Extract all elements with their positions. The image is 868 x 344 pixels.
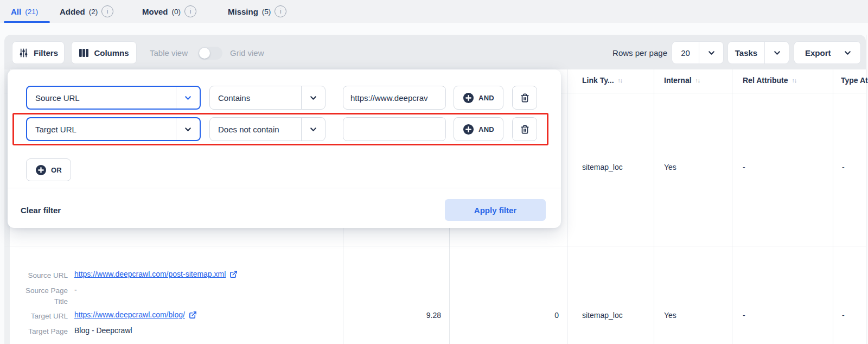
view-toggle-knob [199, 48, 210, 59]
chevron-down-icon [176, 118, 200, 140]
clear-filter-button[interactable]: Clear filter [21, 199, 61, 221]
apply-filter-button[interactable]: Apply filter [445, 199, 546, 221]
filter-value-input[interactable] [343, 117, 446, 141]
sort-icon: ↑↓ [618, 77, 623, 84]
rows-per-page-select[interactable]: 20 [672, 41, 724, 64]
detail-label: Target URL [20, 311, 68, 322]
filter-condition-select[interactable]: Contains [209, 86, 326, 110]
sort-icon: ↑↓ [695, 77, 700, 84]
info-icon[interactable]: i [101, 5, 113, 17]
filters-button[interactable]: Filters [12, 41, 65, 64]
filter-condition-value: Does not contain [210, 125, 301, 134]
active-tab-underline [4, 21, 50, 23]
tab-added-count: (2) [89, 8, 98, 16]
external-link-icon [229, 270, 238, 278]
panel-divider [8, 188, 561, 188]
info-icon[interactable]: i [275, 5, 286, 17]
tasks-button[interactable]: Tasks [727, 41, 789, 64]
export-button-label: Export [805, 48, 831, 58]
and-button[interactable]: AND [454, 117, 503, 141]
filter-field-select[interactable]: Target URL [26, 117, 201, 141]
tab-moved[interactable]: Moved (0) i [142, 0, 196, 23]
chevron-down-icon [301, 118, 325, 141]
gridline [833, 69, 833, 344]
cell-metric-1: 9.28 [353, 311, 441, 320]
cell-rel-attribute: - [743, 311, 745, 320]
detail-value: - [74, 285, 77, 294]
export-button[interactable]: Export [794, 41, 861, 64]
delete-filter-button[interactable] [512, 86, 537, 110]
info-icon[interactable]: i [184, 5, 196, 17]
grid-view-label: Grid view [230, 41, 264, 64]
column-header-internal[interactable]: Internal ↑↓ [664, 76, 700, 85]
cell-rel-attribute: - [743, 163, 745, 171]
plus-circle-icon [35, 164, 47, 176]
tab-missing-count: (5) [262, 8, 271, 16]
tab-all[interactable]: All (21) [11, 0, 38, 23]
filter-field-select[interactable]: Source URL [26, 86, 201, 110]
or-button-label: OR [51, 166, 62, 174]
source-url-link[interactable]: https://www.deepcrawl.com/post-sitemap.x… [74, 270, 226, 278]
delete-filter-button[interactable] [512, 117, 537, 141]
column-header-rel-attribute[interactable]: Rel Attribute ↑↓ [743, 76, 796, 85]
or-button[interactable]: OR [26, 158, 71, 181]
filter-condition-value: Contains [210, 93, 301, 103]
filters-button-label: Filters [34, 48, 58, 58]
plus-circle-icon [463, 124, 474, 135]
filter-field-value: Source URL [27, 93, 176, 103]
view-toggle[interactable] [198, 47, 222, 60]
filter-condition-select[interactable]: Does not contain [209, 117, 326, 141]
rows-per-page-label: Rows per page [591, 41, 667, 64]
target-url-link[interactable]: https://www.deepcrawl.com/blog/ [74, 310, 185, 319]
cell-metric-2: 0 [488, 311, 559, 320]
external-link-icon [189, 311, 197, 319]
column-header-label: Rel Attribute [743, 76, 788, 85]
gridline [654, 69, 654, 344]
detail-label: Target Page [20, 326, 68, 337]
row-divider [4, 246, 866, 246]
trash-icon [520, 93, 529, 103]
table-view-label: Table view [150, 41, 188, 64]
and-button[interactable]: AND [454, 86, 503, 110]
filter-value-input[interactable] [343, 86, 446, 110]
filter-field-value: Target URL [27, 125, 176, 134]
plus-circle-icon [463, 92, 474, 104]
chevron-down-icon [765, 49, 789, 57]
cell-type-attribute: - [842, 163, 845, 171]
app-screen: All (21) Added (2) i Moved (0) i Missing… [0, 0, 868, 344]
detail-value: https://www.deepcrawl.com/blog/ [74, 310, 197, 319]
cell-link-type: sitemap_loc [582, 163, 623, 171]
filter-panel: Source URL Contains AND [8, 69, 561, 228]
chevron-down-icon [699, 49, 723, 57]
column-header-link-type[interactable]: Link Ty... ↑↓ [582, 76, 622, 85]
tab-all-count: (21) [25, 8, 38, 16]
filters-icon [18, 48, 29, 58]
columns-icon [79, 48, 89, 58]
sort-icon: ↑↓ [792, 77, 796, 84]
chevron-down-icon [301, 86, 325, 109]
cell-internal: Yes [664, 163, 676, 171]
tab-added-label: Added [60, 7, 85, 16]
cell-link-type: sitemap_loc [582, 311, 623, 320]
and-button-label: AND [478, 94, 494, 102]
detail-value: Blog - Deepcrawl [74, 326, 132, 335]
cell-internal: Yes [664, 311, 676, 320]
tab-missing-label: Missing [228, 7, 258, 16]
detail-label: Source URL [20, 270, 68, 281]
tab-missing[interactable]: Missing (5) i [228, 0, 286, 23]
column-header-type-attribute[interactable]: Type At... [841, 76, 868, 85]
cell-type-attribute: - [842, 311, 845, 320]
tab-added[interactable]: Added (2) i [60, 0, 113, 23]
tab-moved-label: Moved [142, 7, 168, 16]
columns-button[interactable]: Columns [71, 41, 137, 64]
trash-icon [520, 124, 529, 135]
tab-bar: All (21) Added (2) i Moved (0) i Missing… [0, 0, 868, 23]
detail-label: Source Page Title [20, 285, 68, 307]
detail-value: https://www.deepcrawl.com/post-sitemap.x… [74, 270, 238, 278]
gridline [732, 69, 732, 344]
columns-button-label: Columns [94, 48, 129, 58]
tasks-button-label: Tasks [728, 48, 764, 58]
rows-per-page-value: 20 [672, 48, 699, 58]
tab-all-label: All [11, 7, 21, 16]
chevron-down-icon [844, 49, 852, 57]
